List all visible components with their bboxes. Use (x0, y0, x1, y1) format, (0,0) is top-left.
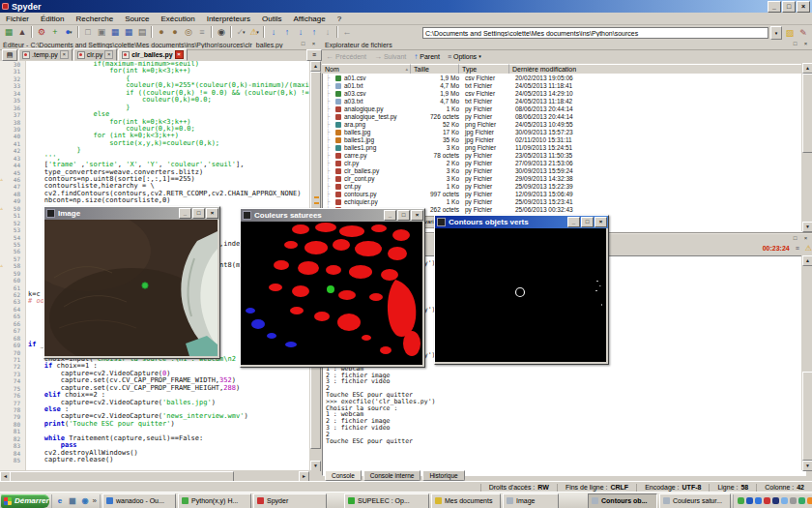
file-row[interactable]: ├balles1.jpg35 Kojpg Fichier02/11/2010 1… (322, 136, 801, 144)
next-warning-icon[interactable]: ↓ (267, 26, 280, 39)
menu-item-?[interactable]: ? (332, 15, 347, 23)
tray-icon-1[interactable] (738, 497, 744, 504)
task-button-image[interactable]: Image (503, 493, 559, 508)
spyder-layout-icon[interactable]: ▲ (15, 26, 29, 39)
editor-tab-clr.py[interactable]: clr.py× (73, 48, 117, 61)
console-scrollbar[interactable]: ▲ ▼ (801, 255, 812, 470)
save-all-icon[interactable]: ▦ (122, 26, 135, 39)
file-row[interactable]: ├a01.csv1,9 Mocsv Fichier20/02/2013 19:0… (322, 75, 801, 82)
tray-icon-4[interactable] (764, 497, 770, 504)
file-row[interactable]: ├clr.py2 Kopy Fichier27/09/2013 21:53:06 (322, 160, 801, 167)
open-file-icon[interactable]: ▣ (95, 26, 108, 39)
close-button[interactable]: × (594, 217, 607, 227)
explorer-float-icon[interactable]: □ (791, 41, 799, 48)
explorer-scrollbar[interactable]: ▲ ▼ (801, 63, 812, 231)
next-cursor-icon[interactable]: ↓ (294, 26, 307, 39)
file-row[interactable]: ├contours.py997 octetspy Fichier12/09/20… (322, 191, 801, 198)
options-button[interactable]: ≡ Options ▾ (448, 53, 481, 60)
maximize-button[interactable]: □ (581, 217, 594, 227)
last-edit-icon[interactable]: ↓ (321, 26, 334, 39)
file-row[interactable]: ├clr_cont.py3 Kopy Fichier29/09/2013 14:… (322, 175, 801, 183)
column-modified[interactable]: Dernière modification (509, 64, 801, 74)
working-directory-input[interactable] (422, 27, 768, 39)
find-in-files-icon[interactable]: ◎ (182, 26, 195, 39)
parent-button[interactable]: ↑ Parent (414, 52, 440, 61)
file-row[interactable]: ├a03.txt4,7 Motxt Fichier24/05/2013 11:1… (322, 98, 801, 105)
new-file-icon[interactable]: □ (81, 26, 95, 39)
window-contours-titlebar[interactable]: Contours objets verts _ □ × (435, 216, 608, 228)
maximize-button[interactable]: □ (397, 210, 410, 221)
tray-icon-3[interactable] (755, 497, 762, 504)
pythonpath-icon[interactable]: + (48, 26, 62, 39)
start-button[interactable]: Démarrer (1, 494, 49, 508)
task-button-mesdocuments[interactable]: Mes documents (431, 493, 501, 508)
tab-close-icon[interactable]: × (175, 50, 184, 59)
column-name[interactable]: Nom ▴ (322, 64, 411, 74)
save-icon[interactable]: ▦ (108, 26, 122, 39)
back-button[interactable]: ← Précédent (326, 52, 366, 61)
minimize-button[interactable]: _ (179, 208, 191, 219)
previous-file-icon[interactable]: ← (340, 26, 354, 39)
tab-close-icon[interactable]: × (60, 50, 69, 59)
minimize-button[interactable]: _ (384, 210, 396, 221)
tab-close-icon[interactable]: × (104, 50, 113, 59)
replace-icon[interactable]: ≡ (195, 26, 209, 39)
fullscreen-icon[interactable]: ▦ (2, 26, 15, 39)
close-button[interactable]: × (797, 1, 810, 13)
editor-float-icon[interactable]: □ (299, 41, 307, 48)
column-size[interactable]: Taille (411, 64, 459, 74)
editor-tab-clr_balles.py[interactable]: clr_balles.py× (118, 48, 187, 61)
print-icon[interactable]: ▤ (135, 26, 149, 39)
quick-launch-overflow-icon[interactable]: » (93, 496, 97, 505)
column-type[interactable]: Type (459, 64, 509, 74)
set-console-dir-icon[interactable]: ✎ (798, 27, 809, 39)
task-button-spyder[interactable]: Spyder (253, 493, 327, 508)
forward-button[interactable]: → Suivant (374, 52, 406, 61)
window-contours-verts[interactable]: Contours objets verts _ □ × (434, 215, 609, 365)
task-button-wanadooou[interactable]: wanadoo - Ou... (102, 493, 176, 508)
task-button-supelecop[interactable]: SUPELEC : Op... (344, 493, 429, 508)
task-button-contoursob[interactable]: Contours ob... (588, 493, 657, 508)
console-scroll-thumb[interactable] (802, 372, 812, 461)
tray-icon-2[interactable] (746, 497, 753, 504)
tray-icon-6[interactable] (781, 497, 788, 504)
console-tab-console[interactable]: Console (325, 470, 362, 481)
spyder-titlebar[interactable]: Spyder _ □ × (0, 0, 812, 13)
window-couleurs-saturees[interactable]: Couleurs saturees _ □ × (240, 208, 425, 368)
task-button-couleurssatur[interactable]: Couleurs satur... (659, 493, 731, 508)
file-row[interactable]: ├cnt.py1 Kopy Fichier25/09/2013 15:22:39 (322, 183, 801, 191)
task-button-pythonxyh[interactable]: Python(x,y) H... (178, 493, 251, 508)
restore-button[interactable]: □ (782, 1, 796, 13)
workdir-dropdown-icon[interactable]: ▾ (770, 26, 782, 40)
scroll-up-icon[interactable]: ▲ (310, 61, 321, 72)
browse-tabs-button[interactable]: ▤ (2, 49, 17, 61)
console-tab-console-interne[interactable]: Console interne (363, 470, 421, 481)
tray-icon-8[interactable] (798, 497, 805, 504)
explorer-scroll-thumb[interactable] (802, 74, 812, 153)
console-warning-icon[interactable]: ⚠ (805, 244, 812, 253)
file-list-button[interactable]: ≡ (306, 49, 322, 61)
scroll-up-icon[interactable]: ▲ (802, 255, 812, 266)
file-row[interactable]: ├a03.csv1,9 Mocsv Fichier24/05/2013 14:2… (322, 90, 801, 98)
file-row[interactable]: ├analogique_test.py726 octetspy Fichier0… (322, 113, 801, 121)
show-desktop-icon[interactable]: ▦ (68, 495, 78, 506)
find-icon[interactable]: ● (155, 26, 168, 39)
close-button[interactable]: × (411, 210, 423, 221)
file-row[interactable]: ├balles.jpg17 Kojpg Fichier30/09/2013 15… (322, 129, 801, 136)
menu-item-affichage[interactable]: Affichage (287, 15, 331, 23)
tray-icon-5[interactable] (772, 497, 779, 504)
window-image-titlebar[interactable]: Image _ □ × (44, 207, 219, 220)
file-row[interactable]: ├echiquier.py1 Kopy Fichier25/09/2013 15… (322, 198, 801, 206)
minimize-button[interactable]: _ (567, 217, 580, 227)
file-row[interactable]: ├ara.png52 Kopng Fichier24/05/2013 10:49… (322, 121, 801, 129)
window-couleurs-titlebar[interactable]: Couleurs saturees _ □ × (241, 209, 424, 222)
tray-icon-9[interactable] (807, 497, 812, 504)
explorer-close-icon[interactable]: × (801, 41, 810, 48)
preferences-icon[interactable]: ⚙ (35, 26, 48, 39)
find-next-icon[interactable]: ● (168, 26, 182, 39)
editor-hscrollbar[interactable]: ◄ ► (0, 470, 320, 481)
console-tab-historique[interactable]: Historique (422, 470, 464, 481)
tray-icon-7[interactable] (790, 497, 797, 504)
warnings-icon[interactable]: ⚠▾ (247, 26, 261, 39)
file-row[interactable]: ├a01.txt4,7 Motxt Fichier24/05/2013 11:1… (322, 82, 801, 90)
